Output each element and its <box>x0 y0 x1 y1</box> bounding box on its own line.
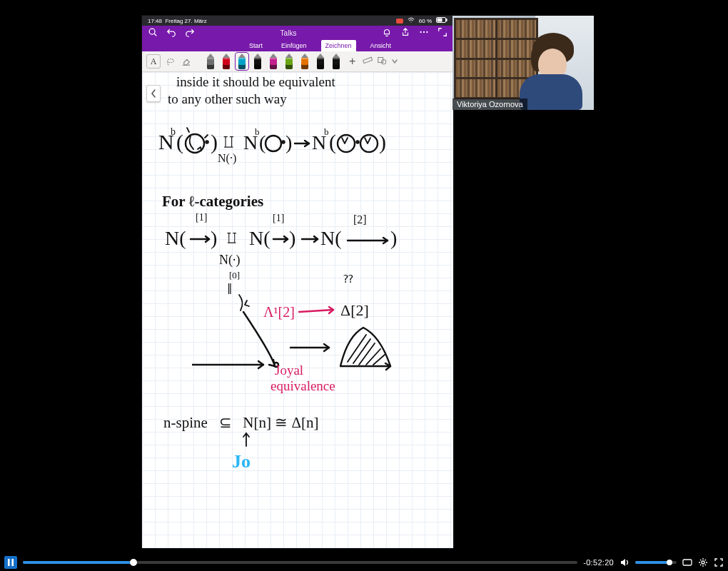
pen-red[interactable] <box>221 54 232 69</box>
pen-magenta[interactable] <box>268 54 279 69</box>
ink-double-q: ⁇ <box>343 273 353 286</box>
ink-for-cats: For ℓ-categories <box>162 193 263 210</box>
captions-icon[interactable] <box>682 557 692 567</box>
share-icon[interactable] <box>400 27 410 39</box>
pen-cyan[interactable] <box>236 54 248 69</box>
onenote-ribbon: Start Einfügen Zeichnen Ansicht <box>142 40 453 51</box>
svg-point-30 <box>338 135 355 152</box>
ink-joyal: Joyal <box>275 363 303 378</box>
seek-fill <box>23 561 133 564</box>
onenote-doc-title: Talks <box>195 29 382 37</box>
svg-rect-1 <box>438 19 443 22</box>
pen-black-1[interactable] <box>252 54 263 69</box>
ink-to-shape-icon[interactable] <box>377 55 387 68</box>
svg-text:(: ( <box>176 130 183 154</box>
pen-orange[interactable] <box>299 54 310 69</box>
ink-subset-arrow <box>239 432 253 450</box>
svg-point-3 <box>149 29 155 34</box>
svg-text:): ) <box>211 130 218 154</box>
svg-text:): ) <box>390 227 397 249</box>
ribbon-tab-insert[interactable]: Einfügen <box>277 40 311 51</box>
svg-rect-9 <box>363 57 373 63</box>
svg-point-11 <box>382 60 386 64</box>
svg-point-31 <box>360 135 378 152</box>
ink-triangle <box>333 322 398 375</box>
ribbon-chevron-down-icon[interactable] <box>391 55 398 68</box>
svg-text:): ) <box>379 130 386 154</box>
svg-text:N(: N( <box>165 227 186 249</box>
svg-rect-52 <box>683 560 692 565</box>
expand-icon[interactable] <box>438 27 448 39</box>
text-tool[interactable]: A <box>146 54 161 69</box>
svg-point-16 <box>206 141 208 143</box>
ribbon-tab-start[interactable]: Start <box>245 40 267 51</box>
svg-text:(: ( <box>329 130 336 154</box>
search-icon[interactable] <box>148 27 158 39</box>
battery-label: 60 % <box>419 18 432 24</box>
battery-icon <box>436 17 448 24</box>
webcam-tile: Viktoriya Ozornova <box>453 16 594 110</box>
lasso-tool-icon[interactable] <box>165 56 176 67</box>
ruler-tool-icon[interactable] <box>363 55 373 68</box>
onenote-canvas[interactable]: inside it should be equivalent to any ot… <box>142 72 453 548</box>
recording-indicator-icon <box>396 19 403 24</box>
svg-rect-51 <box>11 559 14 566</box>
seek-knob[interactable] <box>130 559 137 566</box>
undo-icon[interactable] <box>166 27 176 39</box>
pause-button[interactable] <box>4 556 17 569</box>
settings-gear-icon[interactable] <box>698 557 708 567</box>
onenote-draw-toolbar: A + <box>142 51 453 72</box>
svg-text:): ) <box>289 227 295 249</box>
svg-text:N(: N( <box>249 227 271 249</box>
ipad-status-right: 60 % <box>396 17 448 24</box>
ipad-time: 17:48 Freitag 27. März <box>148 18 207 24</box>
webcam-name-label: Viktoriya Ozornova <box>453 98 527 110</box>
svg-text:b: b <box>171 126 176 137</box>
svg-point-6 <box>423 31 425 33</box>
fullscreen-icon[interactable] <box>714 557 724 567</box>
pen-green[interactable] <box>283 54 295 69</box>
svg-rect-2 <box>446 19 448 21</box>
volume-icon[interactable] <box>620 557 630 567</box>
pen-black-2[interactable] <box>315 54 326 69</box>
svg-text:b: b <box>324 126 329 137</box>
svg-point-32 <box>357 141 359 143</box>
overflow-icon[interactable] <box>419 27 429 39</box>
svg-point-23 <box>266 136 281 151</box>
ink-zero: [0] <box>229 271 240 281</box>
ribbon-tab-draw[interactable]: Zeichnen <box>321 40 356 51</box>
redo-icon[interactable] <box>185 27 195 39</box>
svg-point-53 <box>702 561 704 564</box>
svg-text:⨿: ⨿ <box>223 130 235 152</box>
shared-screen: 17:48 Freitag 27. März 60 % <box>142 16 453 547</box>
video-stage: 17:48 Freitag 27. März 60 % <box>0 0 728 554</box>
bell-icon[interactable] <box>382 27 392 39</box>
svg-text:N(·): N(·) <box>218 152 236 165</box>
ink-jo: Jo <box>232 452 251 473</box>
seek-bar[interactable] <box>23 561 577 564</box>
ipad-status-bar: 17:48 Freitag 27. März 60 % <box>142 16 453 26</box>
svg-text:): ) <box>211 227 217 249</box>
svg-point-5 <box>420 31 421 33</box>
ink-formula-2: N( ) ⨿ N( ) N( ) <box>165 219 422 262</box>
eraser-tool-icon[interactable] <box>181 56 192 67</box>
page-back-button[interactable] <box>146 85 161 102</box>
svg-point-24 <box>283 141 285 143</box>
svg-text:): ) <box>285 131 292 153</box>
volume-bar[interactable] <box>635 561 677 564</box>
ink-n-under: N(·) <box>219 253 241 268</box>
ribbon-tab-view[interactable]: Ansicht <box>366 40 396 51</box>
wifi-icon <box>408 17 415 24</box>
svg-point-7 <box>426 31 428 33</box>
ink-spine: n-spine ⊆ N[n] ≅ Δ[n] <box>163 415 318 431</box>
ink-line-1: inside it should be equivalent <box>176 75 335 90</box>
onenote-titlebar: Talks <box>142 26 453 40</box>
svg-text:⨿: ⨿ <box>226 227 238 248</box>
pen-black-3[interactable] <box>330 54 342 69</box>
pen-gray[interactable] <box>205 54 216 69</box>
ink-formula-1: N b ( ) ⨿ N(·) N b ( ) <box>155 121 440 171</box>
add-pen-icon[interactable]: + <box>346 55 358 68</box>
volume-knob[interactable] <box>667 560 672 565</box>
svg-line-4 <box>154 34 156 36</box>
ink-line-2: to any other such way <box>168 92 287 107</box>
